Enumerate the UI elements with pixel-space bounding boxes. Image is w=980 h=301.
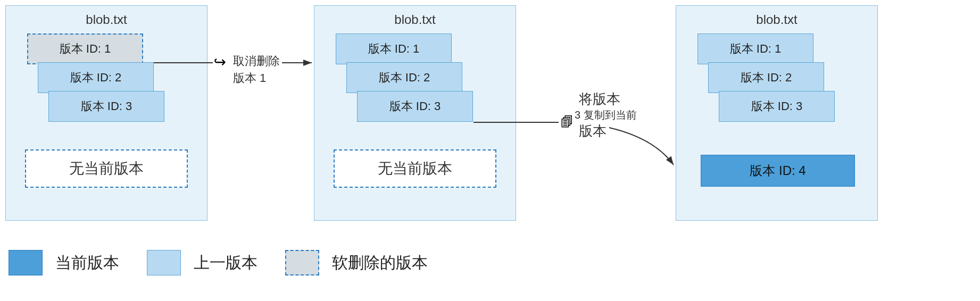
panel-2: blob.txt 版本 ID: 1 版本 ID: 2 版本 ID: 3 无当前版…: [314, 5, 516, 221]
panel-1-title: blob.txt: [6, 6, 207, 31]
panel-1-version-3: 版本 ID: 3: [48, 91, 164, 122]
panel-3-stack: 版本 ID: 1 版本 ID: 2 版本 ID: 3: [697, 34, 877, 124]
panel-1-no-current: 无当前版本: [25, 149, 188, 188]
panel-2-stack: 版本 ID: 1 版本 ID: 2 版本 ID: 3: [336, 34, 516, 124]
panel-3-current-version: 版本 ID: 4: [701, 155, 855, 187]
panel-1: blob.txt 版本 ID: 1 版本 ID: 2 版本 ID: 3 无当前版…: [5, 5, 207, 221]
panel-2-version-3: 版本 ID: 3: [357, 91, 473, 122]
legend-label-prev: 上一版本: [194, 252, 258, 274]
undelete-label-2: 版本 1: [233, 70, 266, 87]
panel-3: blob.txt 版本 ID: 1 版本 ID: 2 版本 ID: 3 版本 I…: [676, 5, 878, 221]
connector-undelete: ↩ 取消删除 版本 1: [207, 5, 314, 221]
legend-swatch-current: [9, 250, 43, 275]
legend: 当前版本 上一版本 软删除的版本: [5, 250, 975, 275]
panel-3-title: blob.txt: [676, 6, 877, 31]
panel-3-version-1: 版本 ID: 1: [697, 34, 813, 64]
connector-copy: 🗐 将版本 3 复制到当前 版本: [516, 5, 676, 221]
panel-2-version-2: 版本 ID: 2: [346, 62, 462, 93]
undo-icon: ↩: [214, 53, 226, 71]
undelete-label-1: 取消删除: [233, 53, 280, 70]
legend-label-current: 当前版本: [55, 252, 119, 274]
copy-label-2: 3 复制到当前: [575, 107, 637, 122]
legend-swatch-deleted: [285, 250, 319, 275]
panel-1-version-1: 版本 ID: 1: [27, 34, 143, 64]
copy-icon: 🗐: [561, 115, 574, 130]
panel-1-stack: 版本 ID: 1 版本 ID: 2 版本 ID: 3: [27, 34, 207, 124]
copy-label-3: 版本: [579, 121, 607, 140]
panel-2-title: blob.txt: [314, 6, 516, 31]
copy-label-1: 将版本: [579, 89, 620, 108]
legend-swatch-prev: [147, 250, 181, 275]
panel-3-version-2: 版本 ID: 2: [708, 62, 824, 93]
diagram-row: blob.txt 版本 ID: 1 版本 ID: 2 版本 ID: 3 无当前版…: [5, 5, 975, 229]
panel-3-version-3: 版本 ID: 3: [719, 91, 835, 122]
panel-2-no-current: 无当前版本: [334, 149, 496, 188]
panel-2-version-1: 版本 ID: 1: [336, 34, 452, 64]
panel-1-version-2: 版本 ID: 2: [38, 62, 154, 93]
legend-label-deleted: 软删除的版本: [332, 252, 428, 274]
